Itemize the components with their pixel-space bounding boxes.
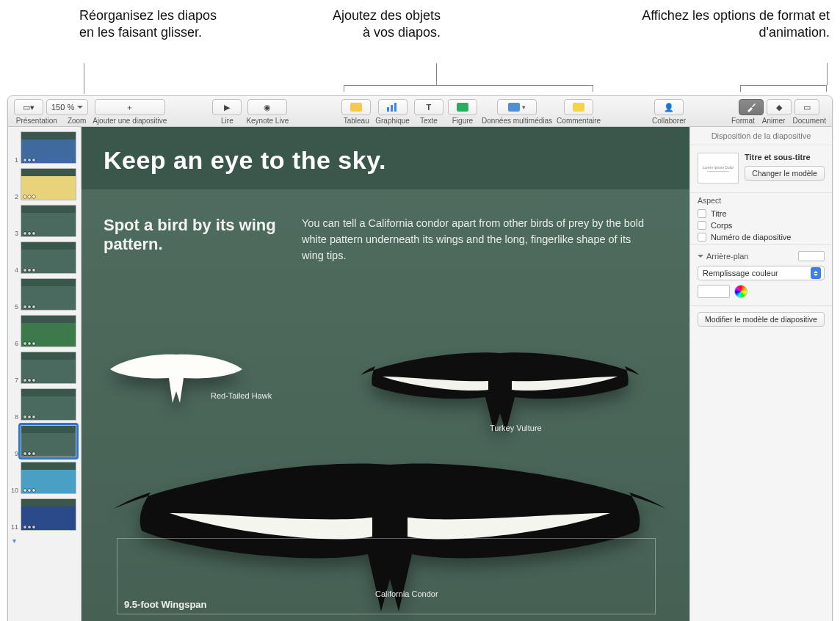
zoom-button[interactable]: 150 % xyxy=(46,99,88,115)
slide-thumb-9[interactable]: 9 xyxy=(11,425,78,457)
checkbox-row-body[interactable]: Corps xyxy=(690,219,832,231)
media-label: Données multimédias xyxy=(482,117,552,125)
animate-label: Animer xyxy=(762,117,786,125)
slide-navigator[interactable]: 1234567891011 ▾ xyxy=(8,127,82,621)
table-icon xyxy=(350,103,362,112)
slide-thumb-image[interactable] xyxy=(21,205,76,237)
fill-type-select[interactable]: Remplissage couleur xyxy=(698,266,825,280)
slide-body-region: Spot a bird by its wing pattern. You can… xyxy=(82,189,689,278)
slide-thumb-image[interactable] xyxy=(21,498,76,531)
slide-thumb-11[interactable]: 11 xyxy=(11,498,78,531)
layout-sample-text: Lorem Ipsum Dolor xyxy=(703,165,734,170)
slide-canvas[interactable]: Keep an eye to the sky. Spot a bird by i… xyxy=(82,127,689,621)
background-swatch[interactable] xyxy=(798,251,825,261)
background-disclosure[interactable]: Arrière-plan xyxy=(698,252,748,261)
slide-subheading[interactable]: Spot a bird by its wing pattern. xyxy=(104,216,280,264)
svg-rect-2 xyxy=(394,103,397,112)
layout-name: Titre et sous-titre xyxy=(745,153,825,161)
slide-thumb-image[interactable] xyxy=(21,131,76,164)
keynote-live-button[interactable]: ◉ xyxy=(247,99,287,115)
wingspan-label: 9.5-foot Wingspan xyxy=(124,599,207,610)
callout-bracket-right xyxy=(740,85,827,86)
fill-color-row xyxy=(690,282,832,304)
slide-thumb-image[interactable] xyxy=(21,425,76,457)
slide-thumb-number: 5 xyxy=(11,303,18,310)
view-button[interactable]: ▭▾ xyxy=(14,99,43,115)
format-label: Format xyxy=(731,117,755,125)
diamond-icon: ◆ xyxy=(776,103,782,112)
animate-button[interactable]: ◆ xyxy=(767,99,792,115)
slide-thumb-image[interactable] xyxy=(21,315,76,347)
slide-thumb-indicators xyxy=(23,415,35,418)
bird2-label: Turkey Vulture xyxy=(490,424,542,432)
slide-thumb-image[interactable] xyxy=(21,462,76,494)
toolbar-group-chart: Graphique xyxy=(375,99,410,125)
slide-thumb-indicators xyxy=(23,195,35,198)
add-slide-button[interactable]: ＋ xyxy=(95,99,165,115)
slide-thumb-indicators xyxy=(23,489,35,492)
format-button[interactable] xyxy=(739,99,764,115)
layout-thumbnail[interactable]: Lorem Ipsum Dolor xyxy=(698,153,739,184)
zoom-value: 150 % xyxy=(51,103,74,112)
window-body: 1234567891011 ▾ Keep an eye to the sky. … xyxy=(8,127,832,621)
slide-thumb-number: 8 xyxy=(11,413,18,421)
checkbox-body[interactable] xyxy=(698,221,706,230)
slide-thumb-5[interactable]: 5 xyxy=(11,278,78,310)
table-label: Tableau xyxy=(344,117,369,125)
collapse-marker[interactable]: ▾ xyxy=(11,535,78,548)
slide-thumb-number: 3 xyxy=(11,230,18,237)
slide-thumb-6[interactable]: 6 xyxy=(11,315,78,347)
slide-thumb-indicators xyxy=(23,379,35,382)
text-button[interactable]: T xyxy=(414,99,443,115)
document-button[interactable]: ▭ xyxy=(794,99,819,115)
slide-thumb-10[interactable]: 10 xyxy=(11,462,78,494)
slide-thumb-3[interactable]: 3 xyxy=(11,205,78,237)
comment-label: Commentaire xyxy=(557,117,601,125)
shape-button[interactable] xyxy=(448,99,477,115)
red-tailed-hawk-graphic[interactable] xyxy=(106,347,246,413)
play-icon: ▶ xyxy=(224,103,230,112)
media-button[interactable]: ▾ xyxy=(497,99,537,115)
comment-button[interactable] xyxy=(564,99,593,115)
slide-thumb-7[interactable]: 7 xyxy=(11,352,78,384)
slide-thumb-image[interactable] xyxy=(21,352,76,384)
slide-thumb-indicators xyxy=(23,342,35,345)
checkbox-title[interactable] xyxy=(698,209,706,218)
checkbox-row-title[interactable]: Titre xyxy=(690,208,832,219)
callout-line-center xyxy=(436,63,437,85)
checkbox-slidenum[interactable] xyxy=(698,233,706,242)
table-button[interactable] xyxy=(341,99,371,115)
checkbox-slidenum-label: Numéro de diapositive xyxy=(711,233,791,242)
edit-master-button[interactable]: Modifier le modèle de diapositive xyxy=(698,312,825,327)
slide-thumb-number: 1 xyxy=(11,156,18,164)
callout-line-left xyxy=(84,63,84,94)
collaborate-label: Collaborer xyxy=(652,117,686,125)
toolbar-group-addslide: ＋ Ajouter une diapositive xyxy=(93,99,167,125)
slide-paragraph[interactable]: You can tell a California condor apart f… xyxy=(302,216,667,264)
broadcast-icon: ◉ xyxy=(264,103,271,112)
slide-thumb-8[interactable]: 8 xyxy=(11,388,78,421)
slide-thumb-4[interactable]: 4 xyxy=(11,242,78,274)
play-button[interactable]: ▶ xyxy=(212,99,242,115)
collaborate-button[interactable]: 👤 xyxy=(654,99,684,115)
toolbar-group-comment: Commentaire xyxy=(557,99,601,125)
chart-button[interactable] xyxy=(378,99,408,115)
zoom-label: Zoom xyxy=(68,117,87,125)
layout-sample-line xyxy=(707,171,729,172)
slide-thumb-image[interactable] xyxy=(21,168,76,200)
slide-thumb-image[interactable] xyxy=(21,278,76,310)
document-icon: ▭ xyxy=(803,103,811,112)
checkbox-row-slidenum[interactable]: Numéro de diapositive xyxy=(690,231,832,243)
fill-color-well[interactable] xyxy=(698,285,730,298)
slide-thumb-indicators xyxy=(23,305,35,308)
color-picker-icon[interactable] xyxy=(734,285,747,298)
slide-thumb-2[interactable]: 2 xyxy=(11,168,78,200)
slide-title[interactable]: Keep an eye to the sky. xyxy=(104,146,667,175)
slide-thumb-1[interactable]: 1 xyxy=(11,131,78,164)
slide-thumb-image[interactable] xyxy=(21,388,76,421)
inspector-header: Disposition de la diapositive xyxy=(690,127,832,145)
change-master-button[interactable]: Changer le modèle xyxy=(745,166,825,181)
keynote-live-label: Keynote Live xyxy=(246,117,289,125)
shape-icon xyxy=(457,103,468,112)
slide-thumb-image[interactable] xyxy=(21,242,76,274)
